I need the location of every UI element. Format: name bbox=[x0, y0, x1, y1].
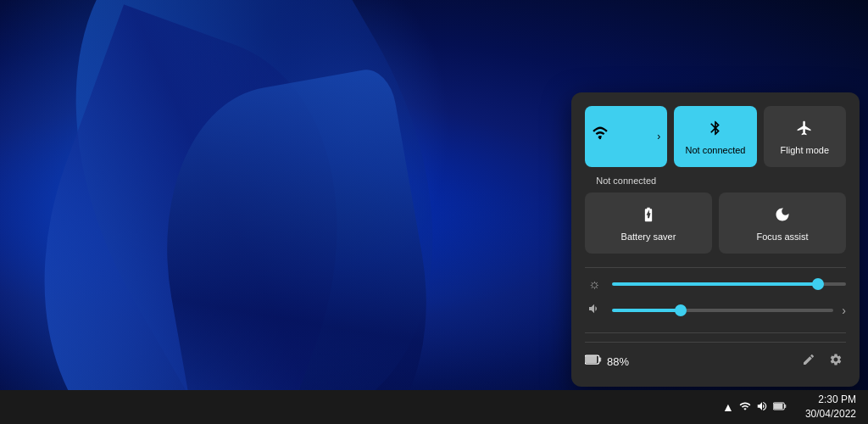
svg-point-0 bbox=[599, 137, 602, 139]
panel-second-row: Battery saver Focus assist bbox=[585, 192, 846, 254]
wifi-status-label: Not connected bbox=[585, 176, 667, 186]
moon-icon bbox=[774, 206, 791, 227]
volume-chevron-icon[interactable]: › bbox=[842, 304, 846, 317]
taskbar-date-display: 30/04/2022 bbox=[805, 407, 856, 421]
airplane-icon bbox=[796, 120, 813, 141]
taskbar-system-icons[interactable]: ▲ bbox=[715, 397, 793, 418]
taskbar-battery-icon[interactable] bbox=[773, 400, 787, 414]
brightness-icon: ☼ bbox=[585, 276, 604, 292]
taskbar-time-display: 2:30 PM bbox=[805, 393, 856, 407]
wifi-icon bbox=[592, 125, 609, 146]
divider-2 bbox=[585, 332, 846, 333]
battery-info: 88% bbox=[585, 354, 629, 369]
brightness-row: ☼ bbox=[585, 276, 846, 292]
battery-icon bbox=[585, 354, 602, 369]
bluetooth-icon bbox=[707, 120, 724, 141]
edit-button[interactable] bbox=[798, 349, 819, 373]
focus-assist-button[interactable]: Focus assist bbox=[719, 192, 846, 254]
wifi-button[interactable]: › bbox=[585, 106, 667, 167]
svg-rect-3 bbox=[599, 358, 602, 362]
taskbar-wifi-icon[interactable] bbox=[739, 400, 751, 415]
panel-bottom-icons bbox=[798, 349, 846, 373]
volume-slider[interactable] bbox=[612, 309, 833, 312]
battery-saver-icon bbox=[640, 206, 657, 227]
battery-saver-button[interactable]: Battery saver bbox=[585, 192, 712, 254]
panel-bottom: 88% bbox=[585, 342, 846, 373]
battery-saver-label: Battery saver bbox=[621, 231, 676, 243]
quick-settings-panel: › Not connected Flight mode Not connecte… bbox=[571, 92, 860, 387]
flight-mode-label: Flight mode bbox=[781, 144, 829, 156]
flight-mode-button[interactable]: Flight mode bbox=[764, 106, 846, 167]
taskbar: ▲ 2:30 PM 30/04/2022 bbox=[0, 390, 868, 424]
volume-row: › bbox=[585, 302, 846, 319]
taskbar-right: ▲ 2:30 PM 30/04/2022 bbox=[715, 391, 861, 423]
bluetooth-button[interactable]: Not connected bbox=[674, 106, 756, 167]
flight-mode-status-label bbox=[764, 176, 846, 186]
divider-1 bbox=[585, 267, 846, 268]
svg-rect-6 bbox=[784, 404, 786, 408]
panel-top-row: › Not connected Flight mode bbox=[585, 106, 846, 167]
chevron-up-icon[interactable]: ▲ bbox=[722, 400, 734, 414]
wifi-chevron-icon: › bbox=[657, 131, 660, 142]
svg-rect-5 bbox=[774, 404, 783, 410]
battery-percentage: 88% bbox=[607, 355, 629, 368]
svg-rect-2 bbox=[586, 356, 597, 363]
taskbar-clock[interactable]: 2:30 PM 30/04/2022 bbox=[800, 391, 861, 423]
settings-button[interactable] bbox=[826, 349, 846, 373]
bluetooth-label: Not connected bbox=[686, 144, 746, 156]
brightness-slider[interactable] bbox=[612, 282, 846, 286]
focus-assist-label: Focus assist bbox=[756, 231, 808, 243]
volume-icon bbox=[585, 302, 604, 319]
bluetooth-status-label bbox=[674, 176, 756, 186]
taskbar-volume-icon[interactable] bbox=[756, 400, 768, 415]
